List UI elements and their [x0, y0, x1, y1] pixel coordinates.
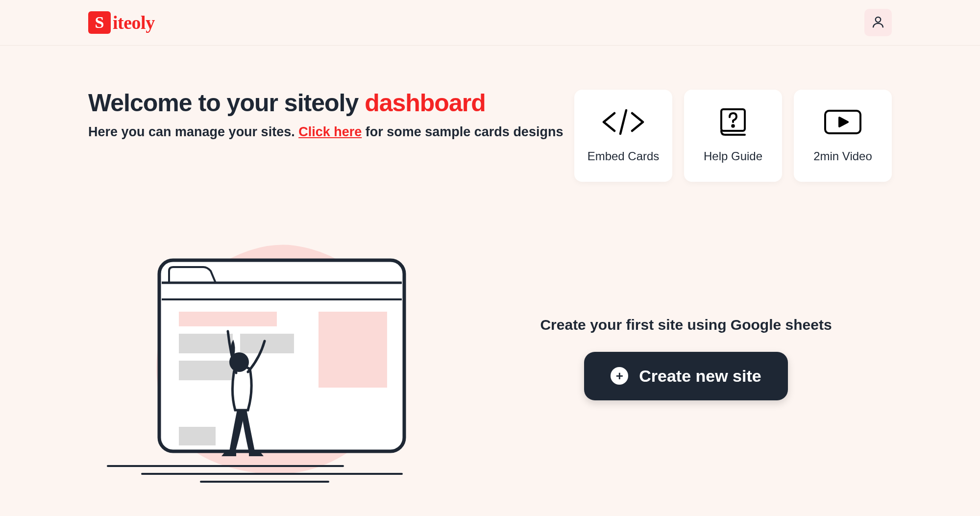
quick-links: Embed Cards Help Guide [574, 90, 892, 182]
card-label: Help Guide [704, 149, 762, 163]
embed-cards-button[interactable]: Embed Cards [574, 90, 672, 182]
svg-rect-7 [179, 312, 277, 326]
logo[interactable]: S iteoly [88, 11, 155, 34]
cta-prompt: Create your first site using Google shee… [540, 317, 832, 333]
svg-rect-12 [179, 427, 216, 445]
page-subtitle: Here you can manage your sites. Click he… [88, 124, 563, 140]
sample-designs-link[interactable]: Click here [298, 124, 362, 139]
help-book-icon [717, 108, 749, 136]
logo-badge: S [88, 11, 111, 34]
subtitle-prefix: Here you can manage your sites. [88, 124, 298, 139]
welcome-section: Welcome to your siteoly dashboard Here y… [88, 90, 563, 140]
logo-text: iteoly [113, 12, 155, 33]
cta-section: Create your first site using Google shee… [480, 317, 892, 400]
title-prefix: Welcome to your siteoly [88, 89, 365, 117]
cta-button-label: Create new site [639, 367, 761, 386]
logo-letter: S [95, 13, 104, 32]
user-menu-button[interactable] [864, 9, 892, 36]
svg-rect-10 [179, 361, 233, 380]
create-site-button[interactable]: + Create new site [584, 352, 787, 400]
help-guide-button[interactable]: Help Guide [684, 90, 782, 182]
user-icon [871, 15, 885, 31]
header: S iteoly [0, 0, 980, 46]
svg-point-2 [732, 125, 734, 127]
svg-rect-8 [179, 334, 233, 353]
hero-section: Create your first site using Google shee… [88, 226, 892, 491]
page-title: Welcome to your siteoly dashboard [88, 90, 563, 117]
top-row: Welcome to your siteoly dashboard Here y… [88, 90, 892, 182]
svg-point-16 [229, 352, 249, 372]
video-icon [822, 108, 863, 136]
subtitle-suffix: for some sample cards designs [362, 124, 563, 139]
svg-rect-11 [318, 312, 387, 388]
main-content: Welcome to your siteoly dashboard Here y… [0, 46, 980, 491]
card-label: Embed Cards [588, 149, 660, 163]
svg-point-0 [876, 17, 881, 22]
title-accent: dashboard [365, 89, 486, 117]
video-button[interactable]: 2min Video [794, 90, 892, 182]
code-icon [599, 108, 648, 136]
card-label: 2min Video [813, 149, 872, 163]
svg-rect-9 [240, 334, 294, 353]
dashboard-illustration [88, 226, 441, 491]
plus-circle-icon: + [611, 367, 628, 385]
